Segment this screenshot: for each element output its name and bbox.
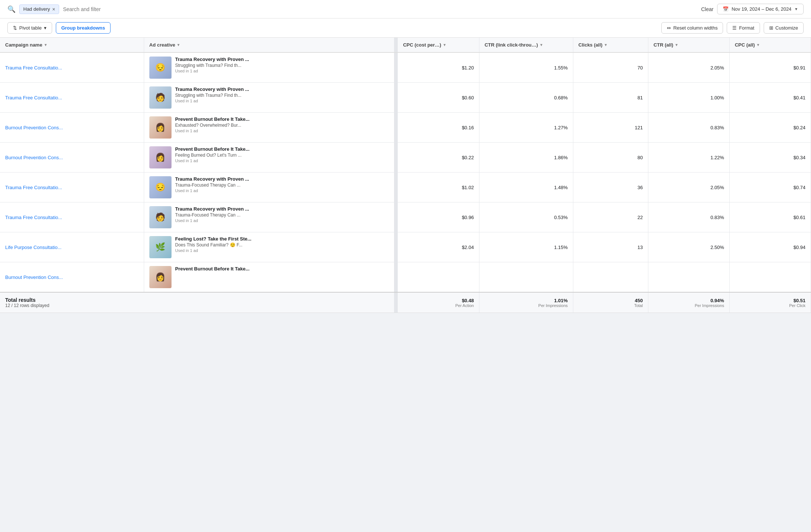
- ad-used: Used in 1 ad: [175, 99, 249, 103]
- column-header-ctr-link[interactable]: CTR (link click-throu…) ▼: [479, 38, 573, 52]
- footer-divider: [394, 292, 398, 313]
- cpc-all-cell: $0.41: [729, 83, 811, 113]
- column-header-campaign[interactable]: Campaign name ▼: [0, 38, 144, 52]
- campaign-name-link[interactable]: Burnout Prevention Cons...: [5, 274, 63, 280]
- reset-column-widths-button[interactable]: ⇔ Reset column widths: [661, 22, 723, 34]
- ad-used: Used in 1 ad: [175, 158, 250, 163]
- filter-close-icon[interactable]: ×: [52, 6, 55, 12]
- ad-description: Struggling with Trauma? Find th...: [175, 63, 249, 68]
- footer-clicks: 450 Total: [573, 292, 648, 313]
- ad-description: Trauma-Focused Therapy Can ...: [175, 212, 249, 218]
- clicks-all-cell: [573, 262, 648, 293]
- ad-title: Prevent Burnout Before It Take...: [175, 116, 250, 122]
- table-row: Burnout Prevention Cons... 👩 Prevent Bur…: [0, 262, 811, 293]
- campaign-cell: Trauma Free Consultatio...: [0, 173, 144, 202]
- cpc-all-cell: $0.24: [729, 113, 811, 143]
- row-divider: [394, 83, 398, 113]
- ad-creative-cell: 🌿 Feeling Lost? Take the First Ste... Do…: [144, 232, 394, 262]
- date-range-label: Nov 19, 2024 – Dec 6, 2024: [732, 6, 791, 12]
- ad-info: Prevent Burnout Before It Take... Exhaus…: [175, 116, 250, 133]
- cpc-cell: [398, 262, 479, 293]
- ad-creative-cell: 😔 Trauma Recovery with Proven ... Strugg…: [144, 52, 394, 83]
- ctr-link-cell: [479, 262, 573, 293]
- footer-ctr-all-sub: Per Impressions: [654, 303, 724, 308]
- campaign-cell: Trauma Free Consultatio...: [0, 52, 144, 83]
- cpc-all-cell: $0.94: [729, 232, 811, 262]
- horizontal-scrollbar[interactable]: [0, 313, 811, 317]
- campaign-name-link[interactable]: Life Purpose Consultatio...: [5, 245, 61, 250]
- ad-title: Prevent Burnout Before It Take...: [175, 266, 250, 272]
- campaign-name-link[interactable]: Trauma Free Consultatio...: [5, 95, 62, 100]
- ad-title: Prevent Burnout Before It Take...: [175, 146, 250, 152]
- format-icon: ☰: [732, 25, 737, 31]
- footer-clicks-value: 450: [578, 298, 643, 303]
- table-row: Trauma Free Consultatio... 🧑 Trauma Reco…: [0, 83, 811, 113]
- column-header-cpc-all[interactable]: CPC (all) ▼: [729, 38, 811, 52]
- column-cpc-all-label: CPC (all): [735, 42, 755, 48]
- format-button[interactable]: ☰ Format: [727, 22, 760, 34]
- ad-title: Trauma Recovery with Proven ...: [175, 57, 249, 62]
- clear-button[interactable]: Clear: [701, 6, 713, 12]
- clicks-all-cell: 70: [573, 52, 648, 83]
- cpc-all-cell: $0.74: [729, 173, 811, 202]
- campaign-name-link[interactable]: Burnout Prevention Cons...: [5, 155, 63, 160]
- column-header-clicks[interactable]: Clicks (all) ▼: [573, 38, 648, 52]
- campaign-name-link[interactable]: Trauma Free Consultatio...: [5, 65, 62, 71]
- column-header-ctr-all[interactable]: CTR (all) ▼: [648, 38, 729, 52]
- filter-tag[interactable]: Had delivery ×: [19, 4, 59, 14]
- ctr-all-cell: 2.05%: [648, 52, 729, 83]
- footer-ctr-link-sub: Per Impressions: [485, 303, 568, 308]
- ctr-link-cell: 1.48%: [479, 173, 573, 202]
- cpc-cell: $0.96: [398, 202, 479, 232]
- ad-description: Exhausted? Overwhelmed? Bur...: [175, 123, 250, 128]
- pivot-chevron-icon: ▾: [44, 25, 47, 31]
- divider-col-header: [394, 38, 398, 52]
- cpc-cell: $0.22: [398, 143, 479, 173]
- ctr-all-cell: 2.50%: [648, 232, 729, 262]
- customize-button[interactable]: ⊞ Customize: [764, 22, 804, 34]
- ad-info: Prevent Burnout Before It Take...: [175, 266, 250, 273]
- sort-icon-ctr-all: ▼: [675, 43, 678, 47]
- group-breakdowns-button[interactable]: Group breakdowns: [56, 22, 111, 34]
- column-creative-label: Ad creative: [149, 42, 175, 48]
- date-range-button[interactable]: 📅 Nov 19, 2024 – Dec 6, 2024 ▼: [717, 4, 804, 14]
- search-input[interactable]: [63, 6, 697, 12]
- column-campaign-label: Campaign name: [5, 42, 42, 48]
- ad-used: Used in 1 ad: [175, 69, 249, 73]
- footer-clicks-sub: Total: [578, 303, 643, 308]
- ctr-link-cell: 1.15%: [479, 232, 573, 262]
- ad-thumbnail: 🧑: [149, 86, 172, 109]
- column-header-creative[interactable]: Ad creative ▼: [144, 38, 394, 52]
- clicks-all-cell: 22: [573, 202, 648, 232]
- column-header-cpc[interactable]: CPC (cost per…) ▼: [398, 38, 479, 52]
- cpc-cell: $0.16: [398, 113, 479, 143]
- campaign-cell: Life Purpose Consultatio...: [0, 232, 144, 262]
- footer-cpc: $0.48 Per Action: [398, 292, 479, 313]
- ad-creative-cell: 👩 Prevent Burnout Before It Take... Feel…: [144, 143, 394, 173]
- row-divider: [394, 113, 398, 143]
- filter-tag-label: Had delivery: [23, 6, 50, 12]
- ad-creative-cell: 👩 Prevent Burnout Before It Take... Exha…: [144, 113, 394, 143]
- ad-info: Trauma Recovery with Proven ... Trauma-F…: [175, 176, 249, 193]
- sort-icon-cpc-all: ▼: [756, 43, 760, 47]
- table-row: Trauma Free Consultatio... 😔 Trauma Reco…: [0, 173, 811, 202]
- campaign-cell: Burnout Prevention Cons...: [0, 113, 144, 143]
- sort-icon-campaign: ▼: [44, 43, 47, 47]
- reset-columns-label: Reset column widths: [673, 25, 717, 31]
- campaign-name-link[interactable]: Burnout Prevention Cons...: [5, 125, 63, 130]
- ad-creative-cell: 🧑 Trauma Recovery with Proven ... Strugg…: [144, 83, 394, 113]
- table-row: Burnout Prevention Cons... 👩 Prevent Bur…: [0, 113, 811, 143]
- ctr-link-cell: 0.68%: [479, 83, 573, 113]
- pivot-table-button[interactable]: ⇅ Pivot table ▾: [7, 22, 52, 34]
- campaign-name-link[interactable]: Trauma Free Consultatio...: [5, 215, 62, 220]
- table-header-row: Campaign name ▼ Ad creative ▼ CPC (cost …: [0, 38, 811, 52]
- campaign-cell: Burnout Prevention Cons...: [0, 262, 144, 293]
- cpc-all-cell: [729, 262, 811, 293]
- ctr-all-cell: 2.05%: [648, 173, 729, 202]
- campaign-name-link[interactable]: Trauma Free Consultatio...: [5, 185, 62, 190]
- ad-info: Trauma Recovery with Proven ... Struggli…: [175, 57, 249, 73]
- ctr-link-cell: 1.27%: [479, 113, 573, 143]
- ad-title: Trauma Recovery with Proven ...: [175, 176, 249, 182]
- ad-creative-cell: 🧑 Trauma Recovery with Proven ... Trauma…: [144, 202, 394, 232]
- ad-thumbnail: 😔: [149, 176, 172, 198]
